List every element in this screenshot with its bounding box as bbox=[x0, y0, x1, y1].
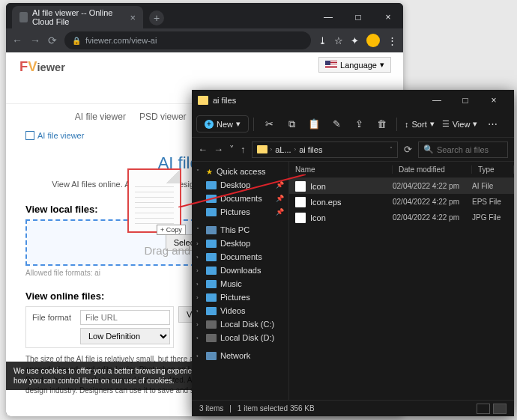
sidebar-network[interactable]: ›Network bbox=[192, 349, 288, 362]
path-seg-2[interactable]: ai files bbox=[299, 145, 322, 154]
sidebar-pc-music[interactable]: ›Music bbox=[192, 277, 288, 290]
profile-avatar[interactable] bbox=[366, 34, 380, 47]
chevron-down-icon: ▾ bbox=[236, 119, 241, 129]
file-date: 02/04/2022 4:22 pm bbox=[393, 213, 472, 222]
nav-back-icon[interactable]: ← bbox=[198, 144, 208, 155]
cut-icon[interactable]: ✂ bbox=[258, 118, 279, 130]
sidebar-pc-downloads[interactable]: ›Downloads bbox=[192, 264, 288, 277]
path-seg-1[interactable]: aL... bbox=[275, 145, 291, 154]
close-tab-icon[interactable]: × bbox=[130, 12, 136, 23]
reload-icon[interactable]: ⟳ bbox=[48, 34, 57, 46]
explorer-maximize-icon[interactable]: □ bbox=[451, 95, 480, 106]
file-type: JPG File bbox=[472, 213, 508, 222]
pictures-icon bbox=[206, 208, 217, 216]
file-explorer: ai files — □ × +New▾ ✂ ⧉ 📋 ✎ ⇪ 🗑 ↕ Sort … bbox=[192, 90, 514, 416]
file-name: Icon bbox=[310, 182, 393, 191]
folder-icon bbox=[198, 96, 208, 105]
view-button[interactable]: ☰ View ▾ bbox=[439, 119, 481, 129]
file-icon bbox=[295, 213, 306, 223]
url-bar[interactable]: 🔒 fviewer.com/view-ai bbox=[64, 31, 311, 49]
nav-up-icon[interactable]: ↑ bbox=[241, 144, 246, 155]
copy-icon[interactable]: ⧉ bbox=[281, 118, 302, 130]
explorer-minimize-icon[interactable]: — bbox=[423, 95, 451, 106]
star-icon[interactable]: ☆ bbox=[334, 35, 343, 46]
refresh-icon[interactable]: ⟳ bbox=[404, 144, 412, 155]
explorer-toolbar: +New▾ ✂ ⧉ 📋 ✎ ⇪ 🗑 ↕ Sort ▾ ☰ View ▾ ⋯ bbox=[192, 111, 514, 138]
chevron-down-icon: ▾ bbox=[380, 60, 384, 70]
disk-icon bbox=[206, 320, 217, 329]
flag-icon bbox=[325, 61, 337, 69]
plus-icon: + bbox=[205, 120, 214, 129]
network-icon bbox=[206, 352, 217, 360]
extensions-icon[interactable]: ✦ bbox=[351, 35, 359, 46]
language-label: Language bbox=[340, 61, 377, 70]
col-name[interactable]: Name bbox=[289, 165, 393, 174]
back-icon[interactable]: ← bbox=[12, 34, 22, 46]
column-headers: Name Date modified Type bbox=[289, 162, 514, 178]
explorer-titlebar: ai files — □ × bbox=[192, 90, 514, 111]
more-icon[interactable]: ⋯ bbox=[482, 118, 503, 130]
explorer-navbar: ← → ˅ ↑ › aL... › ai files ˅ ⟳ 🔍 Search … bbox=[192, 138, 514, 162]
share-icon[interactable]: ⇪ bbox=[348, 118, 369, 130]
path-bar[interactable]: › aL... › ai files ˅ bbox=[252, 141, 399, 158]
maximize-icon[interactable]: □ bbox=[343, 6, 373, 28]
file-row[interactable]: Icon.eps02/04/2022 4:22 pmEPS File bbox=[289, 194, 514, 210]
delete-icon[interactable]: 🗑 bbox=[371, 118, 392, 130]
col-type[interactable]: Type bbox=[472, 165, 514, 174]
search-box[interactable]: 🔍 Search ai files bbox=[418, 141, 508, 158]
file-type: AI File bbox=[472, 182, 508, 190]
menu-icon[interactable]: ⋮ bbox=[387, 35, 397, 46]
sidebar-this-pc[interactable]: ˅This PC bbox=[192, 223, 288, 237]
explorer-main: Name Date modified Type Icon02/04/2022 4… bbox=[289, 162, 514, 400]
file-type: EPS File bbox=[472, 198, 508, 206]
nav-forward-icon[interactable]: → bbox=[214, 144, 223, 155]
rename-icon[interactable]: ✎ bbox=[326, 118, 347, 130]
new-tab-button[interactable]: + bbox=[149, 10, 164, 25]
sidebar-pc-videos[interactable]: ›Videos bbox=[192, 304, 288, 317]
sidebar-pc-locald[interactable]: ›Local Disk (D:) bbox=[192, 331, 288, 344]
file-row[interactable]: Icon02/04/2022 4:22 pmJPG File bbox=[289, 210, 514, 225]
sidebar-pc-localc[interactable]: ›Local Disk (C:) bbox=[192, 317, 288, 331]
minimize-icon[interactable]: — bbox=[313, 6, 343, 28]
paste-icon[interactable]: 📋 bbox=[303, 118, 324, 130]
drag-arrow bbox=[178, 174, 306, 207]
search-placeholder: Search ai files bbox=[437, 145, 489, 154]
disk-icon bbox=[206, 334, 217, 342]
sidebar-pc-desktop[interactable]: ›Desktop bbox=[192, 237, 288, 250]
window-controls: — □ × bbox=[313, 6, 403, 28]
icons-view-icon[interactable] bbox=[493, 404, 507, 414]
nav-psd[interactable]: PSD viewer bbox=[139, 112, 187, 122]
sidebar-pc-documents[interactable]: ›Documents bbox=[192, 250, 288, 264]
breadcrumb-icon bbox=[25, 131, 34, 140]
sort-label: Sort bbox=[412, 120, 427, 129]
copy-cursor-badge: + Copy bbox=[157, 225, 186, 235]
quality-select[interactable]: Low Definition bbox=[80, 328, 170, 344]
browser-toolbar: ← → ⟳ 🔒 fviewer.com/view-ai ⤓ ☆ ✦ ⋮ bbox=[6, 28, 403, 52]
close-icon[interactable]: × bbox=[373, 6, 403, 28]
col-date[interactable]: Date modified bbox=[393, 165, 472, 174]
dragged-file-icon bbox=[127, 168, 181, 233]
explorer-title: ai files bbox=[213, 96, 423, 105]
nav-down-icon[interactable]: ˅ bbox=[229, 144, 235, 155]
details-view-icon[interactable] bbox=[477, 404, 490, 414]
new-label: New bbox=[217, 120, 233, 129]
sidebar-pc-pictures[interactable]: ›Pictures bbox=[192, 290, 288, 304]
explorer-close-icon[interactable]: × bbox=[480, 95, 508, 106]
favicon bbox=[19, 12, 28, 22]
sort-button[interactable]: ↕ Sort ▾ bbox=[402, 119, 438, 129]
install-icon[interactable]: ⤓ bbox=[318, 35, 327, 46]
forward-icon[interactable]: → bbox=[30, 34, 40, 46]
file-name: Icon bbox=[310, 213, 393, 222]
file-format-label: File format bbox=[29, 313, 80, 322]
status-bar: 3 items | 1 item selected 356 KB bbox=[192, 400, 514, 416]
file-url-input[interactable] bbox=[80, 310, 170, 325]
browser-titlebar: AI file viewer -- Online Cloud File × + … bbox=[6, 3, 403, 28]
browser-tab[interactable]: AI file viewer -- Online Cloud File × bbox=[12, 6, 143, 28]
file-row[interactable]: Icon02/04/2022 4:22 pmAI File bbox=[289, 178, 514, 194]
search-icon: 🔍 bbox=[423, 144, 434, 154]
new-button[interactable]: +New▾ bbox=[196, 115, 249, 133]
folder-icon bbox=[257, 145, 267, 153]
url-text: fviewer.com/view-ai bbox=[85, 36, 157, 45]
language-selector[interactable]: Language ▾ bbox=[318, 57, 391, 73]
nav-ai[interactable]: AI file viewer bbox=[75, 112, 126, 122]
